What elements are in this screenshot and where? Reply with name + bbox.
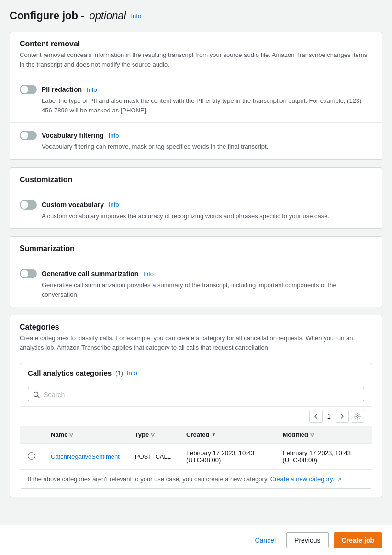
pagination-row: 1 [20,407,372,426]
vocabulary-filtering-thumb [21,132,28,139]
search-icon [33,391,40,398]
pii-redaction-row: PII redaction Info Label the type of PII… [10,77,382,123]
row-radio-cell[interactable] [20,444,43,470]
svg-line-1 [38,396,40,398]
settings-button[interactable] [351,410,364,423]
type-sort-icon: ▽ [151,432,155,437]
categories-description: Create categories to classify calls. For… [20,333,372,352]
call-analytics-card: Call analytics categories (1) Info [20,363,372,489]
generative-call-summarization-description: Generative call summarization provides a… [42,280,372,299]
content-removal-description: Content removal conceals information in … [20,50,372,69]
row-modified: February 17 2023, 10:43 (UTC-08:00) [275,444,372,470]
next-page-button[interactable] [336,410,349,423]
create-category-text: If the above categories aren't relevant … [28,476,269,483]
categories-table: Name ▽ Type ▽ [20,426,372,470]
vocabulary-filtering-info-link[interactable]: Info [109,132,119,139]
create-category-link-text: Create a new category. [270,476,334,483]
pii-redaction-info-link[interactable]: Info [87,86,97,93]
call-analytics-count: (1) [115,369,123,377]
content-removal-section: Content removal Content removal conceals… [10,32,382,160]
table-header-type[interactable]: Type ▽ [127,426,179,444]
call-analytics-header: Call analytics categories (1) Info [20,363,372,383]
categories-body: Call analytics categories (1) Info [10,357,382,497]
modified-sort-icon: ▽ [310,432,314,437]
call-analytics-info-link[interactable]: Info [127,369,137,377]
page-title: Configure job - optional Info [10,10,382,22]
generative-call-summarization-label: Generative call summarization [42,270,138,278]
table-header-select [20,426,43,444]
generative-call-summarization-toggle[interactable] [20,269,37,278]
categories-title: Categories [20,323,372,332]
pii-redaction-track[interactable] [20,85,37,94]
footer: Cancel Previous Create job [0,525,392,555]
custom-vocabulary-info-link[interactable]: Info [109,201,119,208]
pii-redaction-thumb [21,86,28,93]
table-row: CatchNegativeSentiment POST_CALL Februar… [20,444,372,470]
chevron-left-icon [314,413,318,419]
row-type: POST_CALL [127,444,179,470]
customization-title: Customization [20,176,372,184]
vocabulary-filtering-row: Vocabulary filtering Info Vocabulary fil… [10,123,382,159]
content-removal-title: Content removal [20,40,372,48]
pii-redaction-label: PII redaction [42,86,82,93]
generative-call-summarization-label-row: Generative call summarization Info [20,269,372,278]
name-sort-icon: ▽ [69,432,73,437]
prev-page-button[interactable] [309,410,323,423]
create-category-link[interactable]: Create a new category. ↗ [270,476,341,483]
summarization-title: Summarization [20,244,372,253]
summarization-header: Summarization [10,237,382,261]
svg-point-2 [357,415,358,417]
create-job-button[interactable]: Create job [334,532,382,548]
customization-section: Customization Custom vocabulary Info A c… [10,167,382,229]
summarization-section: Summarization Generative call summarizat… [10,236,382,307]
previous-button[interactable]: Previous [286,532,328,548]
custom-vocabulary-thumb [21,201,28,209]
content-removal-header: Content removal Content removal conceals… [10,32,382,77]
page-info-link[interactable]: Info [131,12,142,20]
custom-vocabulary-description: A custom vocabulary improves the accurac… [42,211,372,221]
categories-header: Categories Create categories to classify… [10,315,382,357]
vocabulary-filtering-label: Vocabulary filtering [42,132,104,139]
cancel-button[interactable]: Cancel [249,533,281,548]
page-title-text: Configure job - [10,10,84,22]
gear-icon [354,413,361,420]
pii-redaction-toggle[interactable] [20,85,37,94]
table-header-modified[interactable]: Modified ▽ [275,426,372,444]
summarization-body: Generative call summarization Info Gener… [10,261,382,307]
content-removal-body: PII redaction Info Label the type of PII… [10,77,382,159]
categories-section: Categories Create categories to classify… [10,315,382,497]
page-number: 1 [325,413,334,420]
customization-header: Customization [10,168,382,192]
row-name: CatchNegativeSentiment [43,444,127,470]
vocabulary-filtering-toggle[interactable] [20,131,37,140]
table-header-name[interactable]: Name ▽ [43,426,127,444]
page-title-italic: optional [89,10,126,22]
generative-call-summarization-info-link[interactable]: Info [143,270,154,278]
customization-body: Custom vocabulary Info A custom vocabula… [10,192,382,229]
call-analytics-title: Call analytics categories [28,369,112,377]
search-input[interactable] [44,391,359,399]
row-name-link[interactable]: CatchNegativeSentiment [51,453,120,460]
generative-call-summarization-thumb [21,270,28,278]
external-link-icon: ↗ [337,477,341,482]
search-bar [20,383,372,407]
custom-vocabulary-track[interactable] [20,200,37,210]
pii-redaction-description: Label the type of PII and also mask the … [42,96,372,115]
vocabulary-filtering-track[interactable] [20,131,37,140]
page-container: Configure job - optional Info Content re… [0,0,392,543]
search-input-wrapper [28,388,364,401]
custom-vocabulary-row: Custom vocabulary Info A custom vocabula… [10,192,382,229]
custom-vocabulary-toggle[interactable] [20,200,37,210]
created-sort-icon: ▼ [211,432,216,437]
table-header-created[interactable]: Created ▼ [179,426,275,444]
vocabulary-filtering-description: Vocabulary filtering can remove, mask or… [42,142,372,152]
row-created: February 17 2023, 10:43 (UTC-08:00) [179,444,275,470]
create-category-row: If the above categories aren't relevant … [20,470,372,488]
row-radio-input[interactable] [28,452,35,460]
vocabulary-filtering-label-row: Vocabulary filtering Info [20,131,372,140]
generative-call-summarization-row: Generative call summarization Info Gener… [10,261,382,307]
chevron-right-icon [340,413,344,419]
generative-call-summarization-track[interactable] [20,269,37,278]
custom-vocabulary-label-row: Custom vocabulary Info [20,200,372,210]
custom-vocabulary-label: Custom vocabulary [42,201,104,209]
